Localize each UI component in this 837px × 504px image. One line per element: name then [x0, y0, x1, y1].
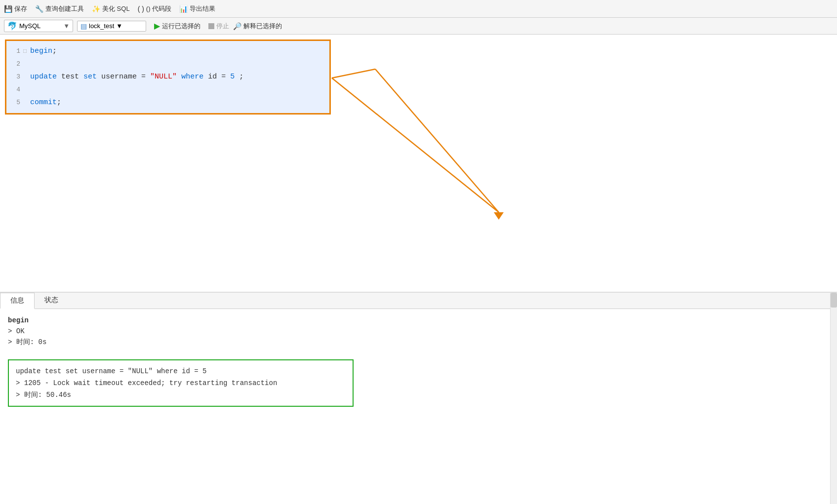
toolbar: 💾 保存 🔧 查询创建工具 ✨ 美化 SQL ( ) () 代码段 📊 导出结果 — [0, 0, 837, 18]
begin-block: begin > OK > 时间: 0s — [8, 315, 829, 348]
scrollbar-thumb[interactable] — [831, 293, 837, 308]
svg-line-2 — [375, 69, 499, 212]
run-button[interactable]: ▶ 运行已选择的 — [150, 20, 204, 32]
query-builder-icon: 🔧 — [35, 5, 43, 13]
stop-icon — [208, 23, 214, 29]
time1-line: > 时间: 0s — [8, 337, 829, 348]
beautify-sql-button[interactable]: ✨ 美化 SQL — [92, 4, 130, 13]
explain-icon: 🔎 — [233, 22, 241, 30]
tab-info[interactable]: 信息 — [0, 293, 35, 309]
begin-label: begin — [8, 315, 829, 326]
run-icon: ▶ — [154, 21, 160, 31]
beautify-icon: ✨ — [92, 5, 100, 13]
code-line-5: 5 commit; — [6, 96, 329, 109]
export-icon: 📊 — [179, 5, 188, 13]
svg-marker-3 — [494, 212, 504, 220]
db-dropdown-arrow: ▼ — [63, 22, 70, 30]
code-line-2: 2 — [6, 58, 329, 71]
result-tabs: 信息 状态 — [0, 293, 837, 309]
explain-button[interactable]: 🔎 解释已选择的 — [233, 22, 282, 31]
error-line-1: update test set username = "NULL" where … — [16, 365, 346, 377]
export-button[interactable]: 📊 导出结果 — [179, 4, 215, 13]
stop-button[interactable]: 停止 — [208, 22, 229, 31]
result-panel: 信息 状态 begin > OK > 时间: 0s update test se… — [0, 292, 837, 504]
result-scrollbar[interactable] — [830, 293, 837, 504]
result-content: begin > OK > 时间: 0s update test set user… — [0, 309, 837, 413]
ok-line: > OK — [8, 326, 829, 337]
db-selector[interactable]: 🐬 MySQL ▼ — [4, 20, 73, 32]
code-editor[interactable]: 1 □ begin; 2 3 update test set username … — [5, 39, 331, 115]
table-dropdown-arrow: ▼ — [116, 22, 122, 30]
code-line-3: 3 update test set username = "NULL" wher… — [6, 71, 329, 83]
code-line-1: 1 □ begin; — [6, 45, 329, 58]
query-builder-button[interactable]: 🔧 查询创建工具 — [35, 4, 84, 13]
code-snippet-icon: ( ) — [138, 5, 144, 13]
db-bar: 🐬 MySQL ▼ ▤ lock_test ▼ ▶ 运行已选择的 停止 🔎 解释… — [0, 18, 837, 35]
tab-status[interactable]: 状态 — [35, 293, 68, 309]
save-button[interactable]: 💾 保存 — [4, 4, 27, 13]
mysql-icon: 🐬 — [7, 21, 17, 31]
error-line-3: > 时间: 50.46s — [16, 389, 346, 401]
code-line-4: 4 — [6, 83, 329, 96]
table-selector[interactable]: ▤ lock_test ▼ — [77, 21, 146, 32]
table-icon: ▤ — [80, 22, 87, 30]
error-line-2: > 1205 - Lock wait timeout exceeded; try… — [16, 377, 346, 389]
save-icon: 💾 — [4, 5, 12, 13]
editor-area: 1 □ begin; 2 3 update test set username … — [0, 35, 837, 301]
error-box: update test set username = "NULL" where … — [8, 359, 354, 407]
code-snippet-button[interactable]: ( ) () 代码段 — [138, 4, 172, 13]
svg-line-1 — [332, 69, 375, 78]
svg-line-0 — [332, 78, 499, 212]
